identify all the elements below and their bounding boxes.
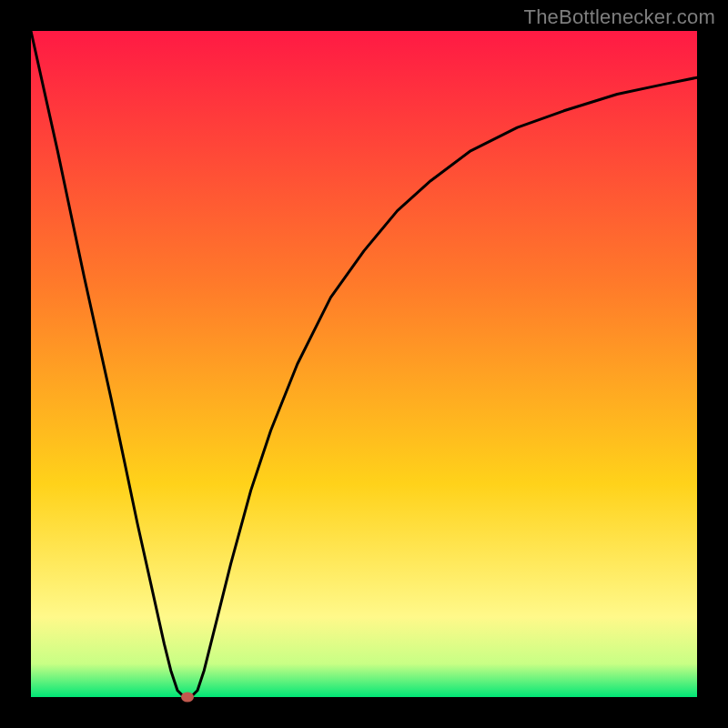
chart-frame: TheBottlenecker.com: [0, 0, 728, 728]
bottleneck-curve: [31, 31, 697, 697]
plot-area: [31, 31, 697, 697]
optimal-point-marker: [181, 693, 194, 703]
attribution-text: TheBottlenecker.com: [524, 5, 715, 29]
